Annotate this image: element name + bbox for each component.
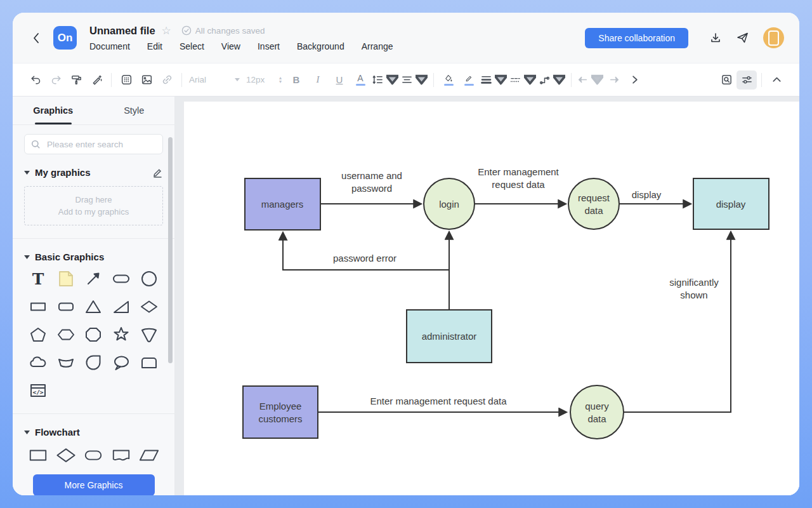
shape-teardrop-icon[interactable] bbox=[83, 352, 103, 373]
font-size-select[interactable]: 12px ▴▾ bbox=[242, 75, 285, 84]
edge-label-significant-2[interactable]: shown bbox=[680, 290, 707, 300]
shape-process-icon[interactable] bbox=[28, 445, 48, 465]
menu-insert[interactable]: Insert bbox=[258, 41, 280, 51]
shape-octagon-icon[interactable] bbox=[83, 324, 103, 345]
my-graphics-title: My graphics bbox=[35, 167, 91, 178]
shape-arrow-icon[interactable] bbox=[83, 269, 103, 289]
avatar[interactable] bbox=[763, 27, 784, 48]
shape-curved-banner-icon[interactable] bbox=[56, 352, 76, 373]
share-collaboration-button[interactable]: Share collaboration bbox=[585, 28, 688, 48]
shape-circle-icon[interactable] bbox=[139, 269, 159, 289]
edge-password-error[interactable] bbox=[283, 232, 449, 270]
line-style-button[interactable] bbox=[508, 70, 537, 90]
more-graphics-button[interactable]: More Graphics bbox=[33, 474, 155, 495]
redo-button[interactable] bbox=[46, 70, 66, 90]
shape-cloud-icon[interactable] bbox=[28, 352, 48, 373]
shape-right-triangle-icon[interactable] bbox=[111, 297, 131, 317]
menu-edit[interactable]: Edit bbox=[147, 41, 162, 51]
edge-label-enter-mgmt-1[interactable]: Enter management bbox=[478, 166, 559, 177]
shape-decision-icon[interactable] bbox=[56, 445, 76, 465]
line-height-button[interactable] bbox=[370, 70, 400, 90]
svg-text:T: T bbox=[32, 270, 44, 288]
style-brush-button[interactable] bbox=[86, 70, 107, 90]
sidebar-scrollbar[interactable] bbox=[168, 137, 173, 363]
send-button[interactable] bbox=[729, 28, 756, 48]
format-painter-button[interactable] bbox=[66, 70, 86, 90]
menu-select[interactable]: Select bbox=[180, 41, 204, 51]
nav-forward-button[interactable] bbox=[604, 70, 624, 90]
nav-back-button[interactable] bbox=[576, 70, 604, 90]
shape-rectangle-icon[interactable] bbox=[28, 297, 48, 317]
line-color-button[interactable] bbox=[459, 70, 479, 90]
menu-view[interactable]: View bbox=[221, 41, 240, 51]
canvas-page[interactable]: username and password Enter management r… bbox=[184, 102, 799, 495]
shape-note-icon[interactable] bbox=[56, 269, 76, 289]
shape-diamond-icon[interactable] bbox=[139, 297, 159, 317]
fill-color-button[interactable] bbox=[438, 70, 459, 90]
more-tools-button[interactable] bbox=[624, 70, 645, 90]
undo-icon bbox=[30, 74, 42, 86]
shape-document-icon[interactable] bbox=[111, 445, 131, 465]
edge-querydata-display[interactable] bbox=[624, 232, 731, 412]
chevron-right-icon bbox=[629, 74, 641, 86]
edge-label-display[interactable]: display bbox=[632, 189, 662, 200]
menu-document[interactable]: Document bbox=[89, 41, 130, 51]
shape-star-icon[interactable] bbox=[111, 324, 131, 345]
shape-hexagon-icon[interactable] bbox=[56, 324, 76, 345]
size-stepper[interactable]: ▴▾ bbox=[279, 76, 282, 84]
line-width-button[interactable] bbox=[479, 70, 508, 90]
shape-rounded-rectangle-icon[interactable] bbox=[56, 297, 76, 317]
collapse-toolbar-button[interactable] bbox=[766, 70, 787, 90]
dot-grid-icon bbox=[121, 74, 133, 86]
find-in-document-button[interactable] bbox=[716, 70, 737, 90]
shape-cone-icon[interactable] bbox=[139, 324, 159, 345]
edge-label-password-error[interactable]: password error bbox=[333, 253, 396, 264]
shape-stadium-icon[interactable] bbox=[111, 269, 131, 289]
node-query-data[interactable] bbox=[570, 385, 624, 439]
canvas-settings-button[interactable] bbox=[737, 70, 757, 90]
flowchart-header[interactable]: Flowchart bbox=[24, 427, 163, 438]
connector-type-button[interactable] bbox=[537, 70, 566, 90]
edge-label-significant-1[interactable]: significantly bbox=[669, 277, 719, 288]
shape-text-icon[interactable]: T bbox=[28, 269, 48, 289]
bold-button[interactable]: B bbox=[285, 70, 307, 90]
edge-label-username-2[interactable]: password bbox=[351, 183, 392, 194]
shape-terminator-icon[interactable] bbox=[83, 445, 103, 465]
download-button[interactable] bbox=[702, 28, 729, 48]
document-title[interactable]: Unnamed file bbox=[89, 25, 155, 37]
insert-link-button[interactable] bbox=[157, 70, 177, 90]
underline-button[interactable]: U bbox=[329, 70, 350, 90]
italic-button[interactable]: I bbox=[307, 70, 329, 90]
favorite-star-icon[interactable]: ☆ bbox=[162, 25, 171, 36]
app-logo[interactable]: On bbox=[53, 26, 77, 50]
shape-triangle-icon[interactable] bbox=[83, 297, 103, 317]
shape-frame-icon[interactable] bbox=[139, 352, 159, 373]
canvas-viewport[interactable]: username and password Enter management r… bbox=[175, 97, 799, 495]
shape-pentagon-icon[interactable] bbox=[28, 324, 48, 345]
insert-image-button[interactable] bbox=[136, 70, 157, 90]
menu-background[interactable]: Background bbox=[297, 41, 344, 51]
basic-graphics-header[interactable]: Basic Graphics bbox=[24, 251, 163, 262]
edge-label-enter-mgmt-2[interactable]: request data bbox=[492, 179, 545, 190]
my-graphics-header[interactable]: My graphics bbox=[24, 167, 163, 178]
shape-search[interactable] bbox=[24, 134, 163, 154]
back-button[interactable] bbox=[28, 30, 44, 46]
tab-graphics[interactable]: Graphics bbox=[13, 97, 94, 124]
tab-style[interactable]: Style bbox=[94, 97, 175, 124]
shape-data-icon[interactable] bbox=[139, 445, 159, 465]
font-family-select[interactable]: Arial bbox=[187, 75, 242, 84]
undo-button[interactable] bbox=[25, 70, 46, 90]
shape-speech-bubble-icon[interactable] bbox=[111, 352, 131, 373]
shape-code-block-icon[interactable]: </> bbox=[28, 380, 48, 401]
my-graphics-dropzone[interactable]: Drag here Add to my graphics bbox=[24, 186, 163, 225]
node-request-data[interactable] bbox=[568, 178, 619, 229]
font-color-button[interactable]: A bbox=[350, 70, 370, 90]
node-employee-customers[interactable] bbox=[243, 386, 318, 438]
text-align-button[interactable] bbox=[400, 70, 429, 90]
search-input[interactable] bbox=[46, 139, 156, 150]
menu-arrange[interactable]: Arrange bbox=[362, 41, 393, 51]
pattern-fill-button[interactable] bbox=[116, 70, 136, 90]
edge-label-username-1[interactable]: username and bbox=[341, 170, 402, 181]
edge-label-enter-mgmt-full[interactable]: Enter management request data bbox=[370, 396, 507, 406]
edit-my-graphics-button[interactable] bbox=[152, 167, 163, 178]
